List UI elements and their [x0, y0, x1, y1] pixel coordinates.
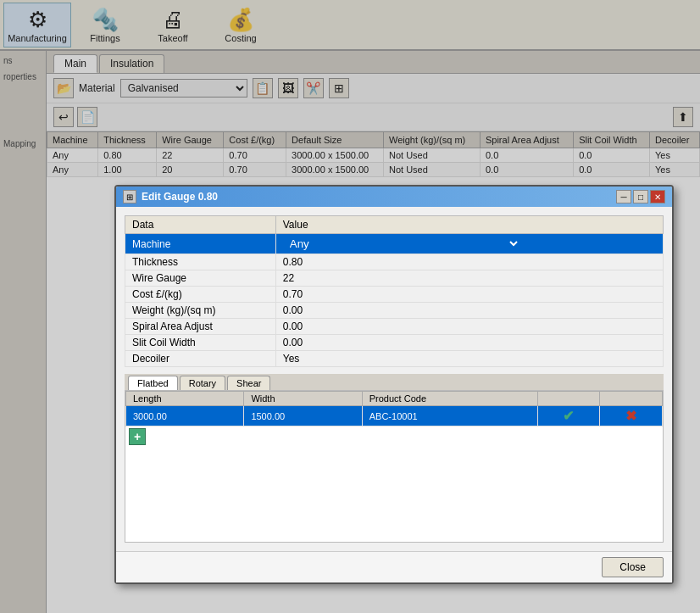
- inner-col-action1: [537, 392, 600, 406]
- modal-titlebar: ⊞ Edit Gauge 0.80 ─ □ ✕: [116, 187, 672, 207]
- modal-footer: Close: [116, 551, 672, 582]
- inner-cell-length: 3000.00: [126, 406, 244, 426]
- prop-cell-data: Slit Coil Width: [125, 335, 276, 351]
- machine-dropdown[interactable]: Any: [283, 236, 520, 252]
- modal-maximize-btn[interactable]: □: [633, 190, 648, 203]
- inner-cell-cross[interactable]: ✖: [600, 406, 663, 426]
- prop-row[interactable]: Thickness0.80: [125, 254, 664, 270]
- prop-cell-data: Weight (kg)/(sq m): [125, 303, 276, 319]
- prop-cell-value: Yes: [275, 351, 663, 367]
- inner-tab-flatbed[interactable]: Flatbed: [128, 376, 178, 390]
- add-row-btn[interactable]: +: [129, 428, 146, 445]
- prop-cell-value: 22: [275, 270, 663, 287]
- prop-col-data: Data: [125, 216, 276, 234]
- add-btn-row: +: [125, 426, 663, 447]
- modal-overlay: ⊞ Edit Gauge 0.80 ─ □ ✕ Data Value Machi…: [0, 0, 700, 613]
- inner-tab-bar: Flatbed Rotary Shear: [125, 374, 664, 390]
- modal-minimize-btn[interactable]: ─: [616, 190, 631, 203]
- prop-row[interactable]: Cost £/(kg)0.70: [125, 287, 664, 303]
- prop-row[interactable]: MachineAny: [125, 234, 664, 254]
- prop-cell-data: Cost £/(kg): [125, 287, 276, 303]
- prop-cell-value: 0.70: [275, 287, 663, 303]
- inner-col-width: Width: [244, 392, 362, 406]
- prop-cell-data: Decoiler: [125, 351, 276, 367]
- prop-cell-value: 0.80: [275, 254, 663, 270]
- cross-icon: ✖: [625, 409, 636, 423]
- inner-cell-check[interactable]: ✔: [537, 406, 600, 426]
- inner-cell-width: 1500.00: [244, 406, 362, 426]
- prop-cell-value: 0.00: [275, 303, 663, 319]
- prop-cell-data: Spiral Area Adjust: [125, 319, 276, 335]
- modal-title-icon: ⊞: [123, 190, 136, 203]
- inner-table: Length Width Product Code 3000.00 1500.0…: [125, 391, 663, 426]
- prop-cell-data: Wire Gauge: [125, 270, 276, 287]
- check-icon: ✔: [563, 409, 574, 423]
- inner-tab-shear[interactable]: Shear: [227, 376, 270, 390]
- inner-table-area: Length Width Product Code 3000.00 1500.0…: [125, 390, 664, 543]
- inner-cell-product: ABC-10001: [362, 406, 537, 426]
- modal-close-btn[interactable]: ✕: [650, 190, 665, 203]
- prop-cell-value[interactable]: Any: [275, 234, 663, 254]
- inner-table-row: 3000.00 1500.00 ABC-10001 ✔ ✖: [126, 406, 663, 426]
- close-dialog-btn[interactable]: Close: [602, 557, 664, 577]
- inner-col-product: Product Code: [362, 392, 537, 406]
- inner-col-length: Length: [126, 392, 244, 406]
- prop-row[interactable]: Slit Coil Width0.00: [125, 335, 664, 351]
- prop-cell-data: Machine: [125, 234, 276, 254]
- prop-row[interactable]: Wire Gauge22: [125, 270, 664, 287]
- prop-col-value: Value: [275, 216, 663, 234]
- property-table: Data Value MachineAnyThickness0.80Wire G…: [125, 215, 664, 367]
- modal-title-text: Edit Gauge 0.80: [142, 191, 616, 203]
- prop-cell-data: Thickness: [125, 254, 276, 270]
- modal-body: Data Value MachineAnyThickness0.80Wire G…: [116, 207, 672, 551]
- prop-row[interactable]: DecoilerYes: [125, 351, 664, 367]
- inner-tab-rotary[interactable]: Rotary: [180, 376, 225, 390]
- prop-row[interactable]: Spiral Area Adjust0.00: [125, 319, 664, 335]
- inner-col-action2: [600, 392, 663, 406]
- prop-cell-value: 0.00: [275, 335, 663, 351]
- modal-controls: ─ □ ✕: [616, 190, 665, 203]
- prop-row[interactable]: Weight (kg)/(sq m)0.00: [125, 303, 664, 319]
- prop-cell-value: 0.00: [275, 319, 663, 335]
- modal: ⊞ Edit Gauge 0.80 ─ □ ✕ Data Value Machi…: [114, 185, 674, 584]
